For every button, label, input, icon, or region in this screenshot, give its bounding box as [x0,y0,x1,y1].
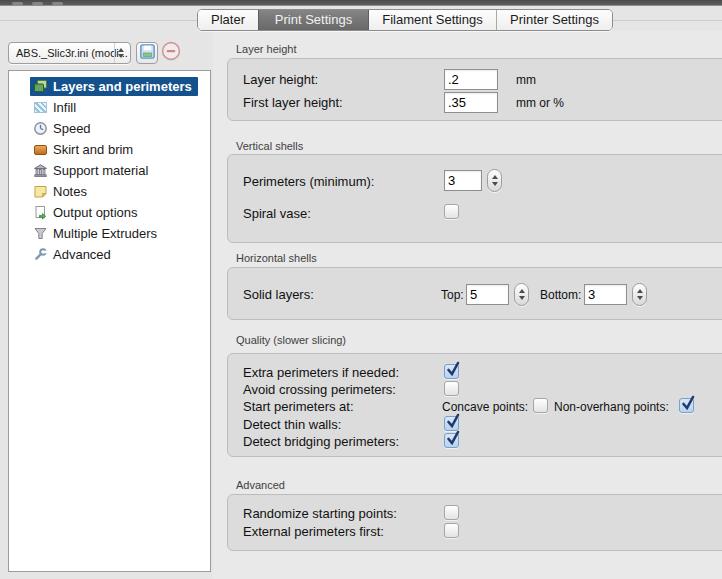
solid-layers-bottom-stepper[interactable] [632,283,647,306]
tab-printer-settings[interactable]: Printer Settings [496,10,612,30]
settings-category-tree: Layers and perimeters Infill Speed Skirt… [8,70,211,572]
external-perimeters-first-checkbox[interactable] [444,523,459,538]
tree-item-label: Output options [53,205,138,220]
tree-item-label: Multiple Extruders [53,226,157,241]
preset-dropdown[interactable]: ABS._Slic3r.ini (modi... [8,42,131,64]
layer-height-label: Layer height: [243,72,318,87]
group-title-advanced: Advanced [236,479,285,491]
tree-item-layers-and-perimeters[interactable]: Layers and perimeters [9,76,210,97]
speed-clock-icon [33,121,48,136]
randomize-starting-points-label: Randomize starting points: [243,506,397,521]
group-title-quality: Quality (slower slicing) [236,334,346,346]
tree-item-label: Layers and perimeters [53,79,192,94]
toolbar-edge-dot [12,2,23,5]
non-overhang-points-label: Non-overhang points: [554,400,669,414]
tree-item-notes[interactable]: Notes [9,181,210,202]
first-layer-height-label: First layer height: [243,95,343,110]
toolbar-edge-dot [32,2,43,5]
support-building-icon [33,163,48,178]
tab-filament-settings[interactable]: Filament Settings [368,10,496,30]
tree-item-infill[interactable]: Infill [9,97,210,118]
group-box-quality: Extra perimeters if needed: Avoid crossi… [227,353,722,457]
perimeters-stepper[interactable] [487,169,502,192]
tree-item-output-options[interactable]: Output options [9,202,210,223]
group-title-vertical-shells: Vertical shells [236,140,303,152]
infill-icon [33,100,48,115]
delete-preset-button[interactable] [160,42,182,64]
group-box-layer-height: Layer height: mm First layer height: mm … [227,58,722,121]
avoid-crossing-label: Avoid crossing perimeters: [243,382,396,397]
spiral-vase-checkbox[interactable] [444,204,459,219]
detect-bridging-label: Detect bridging perimeters: [243,434,399,449]
tree-item-multiple-extruders[interactable]: Multiple Extruders [9,223,210,244]
tree-item-label: Advanced [53,247,111,262]
wrench-icon [33,247,48,262]
extra-perimeters-label: Extra perimeters if needed: [243,365,399,380]
group-title-layer-height: Layer height [236,43,297,55]
avoid-crossing-checkbox[interactable] [444,381,459,396]
detect-thin-walls-label: Detect thin walls: [243,417,341,432]
toolbar-edge-dot [52,2,63,5]
save-preset-button[interactable] [136,42,158,64]
layer-height-unit: mm [516,73,536,87]
solid-layers-bottom-input[interactable] [584,284,627,305]
settings-tabbar: Plater Print Settings Filament Settings … [197,9,613,31]
tree-item-skirt-and-brim[interactable]: Skirt and brim [9,139,210,160]
external-perimeters-first-label: External perimeters first: [243,524,384,539]
tree-item-advanced[interactable]: Advanced [9,244,210,265]
solid-layers-top-stepper[interactable] [514,283,529,306]
first-layer-height-input[interactable] [444,92,498,113]
solid-layers-bottom-label: Bottom: [540,288,581,302]
concave-points-checkbox[interactable] [533,398,548,413]
preset-dropdown-value: ABS._Slic3r.ini (modi... [16,47,128,59]
window-toolbar-edge [0,0,722,6]
layer-height-input[interactable] [444,69,498,90]
tree-item-speed[interactable]: Speed [9,118,210,139]
tab-plater[interactable]: Plater [198,10,258,30]
group-box-advanced: Randomize starting points: External peri… [227,494,722,551]
tree-item-label: Notes [53,184,87,199]
output-page-icon [33,205,48,220]
tree-item-label: Infill [53,100,76,115]
tab-print-settings[interactable]: Print Settings [258,10,368,30]
detect-bridging-checkbox[interactable] [444,433,459,448]
tree-item-label: Skirt and brim [53,142,133,157]
layers-icon [33,79,48,94]
non-overhang-points-checkbox[interactable] [679,398,694,413]
tree-item-label: Speed [53,121,91,136]
print-settings-window: Plater Print Settings Filament Settings … [0,0,722,579]
funnel-icon [33,226,48,241]
spiral-vase-label: Spiral vase: [243,206,311,221]
skirt-icon [33,142,48,157]
notes-icon [33,184,48,199]
remove-circle-icon [160,40,182,66]
solid-layers-top-label: Top: [441,288,464,302]
start-perimeters-label: Start perimeters at: [243,399,354,414]
solid-layers-top-input[interactable] [466,284,509,305]
chevron-up-down-icon [114,43,127,63]
extra-perimeters-checkbox[interactable] [444,364,459,379]
settings-page: Layer height Layer height: mm First laye… [213,31,722,579]
randomize-starting-points-checkbox[interactable] [444,505,459,520]
perimeters-label: Perimeters (minimum): [243,174,374,189]
save-floppy-icon [140,44,155,63]
group-box-horizontal-shells: Solid layers: Top: Bottom: [227,267,722,320]
tree-item-support-material[interactable]: Support material [9,160,210,181]
group-box-vertical-shells: Perimeters (minimum): Spiral vase: [227,154,722,243]
perimeters-input[interactable] [444,170,482,191]
group-title-horizontal-shells: Horizontal shells [236,252,317,264]
first-layer-height-unit: mm or % [516,96,564,110]
tree-item-label: Support material [53,163,148,178]
solid-layers-label: Solid layers: [243,287,314,302]
